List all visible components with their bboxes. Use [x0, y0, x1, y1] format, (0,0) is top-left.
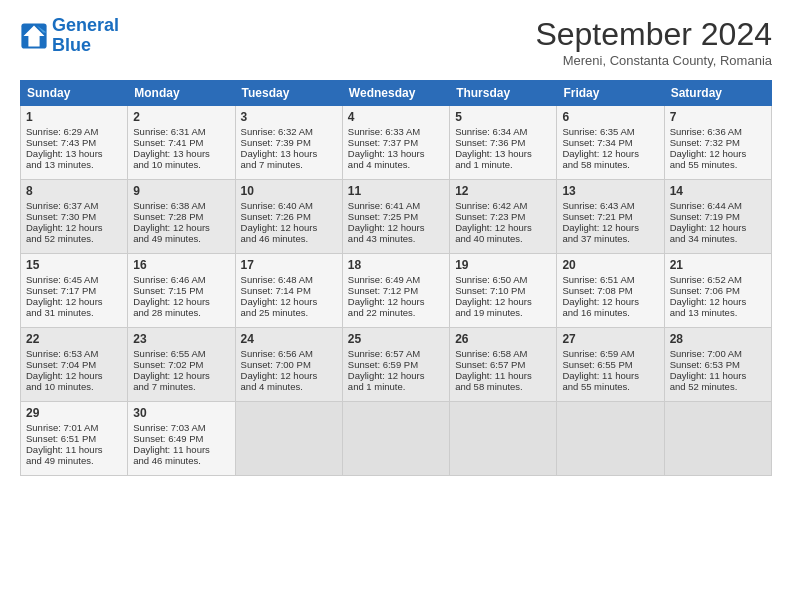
day-info: Sunrise: 6:40 AM — [241, 200, 337, 211]
day-info: Sunrise: 6:51 AM — [562, 274, 658, 285]
day-info: Sunrise: 7:00 AM — [670, 348, 766, 359]
day-info: Sunset: 7:17 PM — [26, 285, 122, 296]
day-info: Daylight: 12 hours — [348, 296, 444, 307]
day-info: Sunset: 7:26 PM — [241, 211, 337, 222]
day-info: and 13 minutes. — [670, 307, 766, 318]
table-row — [450, 402, 557, 476]
day-info: and 13 minutes. — [26, 159, 122, 170]
table-row: 18Sunrise: 6:49 AMSunset: 7:12 PMDayligh… — [342, 254, 449, 328]
day-number: 26 — [455, 332, 551, 346]
day-number: 15 — [26, 258, 122, 272]
table-row: 11Sunrise: 6:41 AMSunset: 7:25 PMDayligh… — [342, 180, 449, 254]
day-number: 7 — [670, 110, 766, 124]
day-info: Daylight: 11 hours — [455, 370, 551, 381]
day-info: Sunrise: 6:34 AM — [455, 126, 551, 137]
day-info: Sunrise: 7:03 AM — [133, 422, 229, 433]
day-info: Daylight: 11 hours — [670, 370, 766, 381]
day-info: Daylight: 12 hours — [455, 222, 551, 233]
day-info: Sunrise: 6:42 AM — [455, 200, 551, 211]
table-row: 9Sunrise: 6:38 AMSunset: 7:28 PMDaylight… — [128, 180, 235, 254]
day-info: Sunset: 7:10 PM — [455, 285, 551, 296]
day-info: and 22 minutes. — [348, 307, 444, 318]
day-number: 28 — [670, 332, 766, 346]
day-info: and 31 minutes. — [26, 307, 122, 318]
day-info: and 43 minutes. — [348, 233, 444, 244]
day-info: Daylight: 13 hours — [348, 148, 444, 159]
day-number: 25 — [348, 332, 444, 346]
day-info: Sunrise: 6:48 AM — [241, 274, 337, 285]
day-info: Sunrise: 6:58 AM — [455, 348, 551, 359]
day-info: Sunrise: 6:56 AM — [241, 348, 337, 359]
table-row: 12Sunrise: 6:42 AMSunset: 7:23 PMDayligh… — [450, 180, 557, 254]
table-row: 28Sunrise: 7:00 AMSunset: 6:53 PMDayligh… — [664, 328, 771, 402]
day-info: and 49 minutes. — [133, 233, 229, 244]
day-info: Daylight: 12 hours — [670, 222, 766, 233]
col-thursday: Thursday — [450, 81, 557, 106]
day-number: 10 — [241, 184, 337, 198]
calendar-row: 15Sunrise: 6:45 AMSunset: 7:17 PMDayligh… — [21, 254, 772, 328]
day-number: 29 — [26, 406, 122, 420]
table-row: 23Sunrise: 6:55 AMSunset: 7:02 PMDayligh… — [128, 328, 235, 402]
table-row: 19Sunrise: 6:50 AMSunset: 7:10 PMDayligh… — [450, 254, 557, 328]
day-info: Sunset: 7:37 PM — [348, 137, 444, 148]
calendar-row: 1Sunrise: 6:29 AMSunset: 7:43 PMDaylight… — [21, 106, 772, 180]
day-info: Sunset: 7:41 PM — [133, 137, 229, 148]
day-number: 5 — [455, 110, 551, 124]
day-info: Sunset: 7:00 PM — [241, 359, 337, 370]
day-info: Sunrise: 6:29 AM — [26, 126, 122, 137]
day-info: Sunrise: 6:43 AM — [562, 200, 658, 211]
table-row: 8Sunrise: 6:37 AMSunset: 7:30 PMDaylight… — [21, 180, 128, 254]
table-row: 16Sunrise: 6:46 AMSunset: 7:15 PMDayligh… — [128, 254, 235, 328]
day-info: and 1 minute. — [455, 159, 551, 170]
table-row: 13Sunrise: 6:43 AMSunset: 7:21 PMDayligh… — [557, 180, 664, 254]
table-row: 15Sunrise: 6:45 AMSunset: 7:17 PMDayligh… — [21, 254, 128, 328]
calendar-row: 8Sunrise: 6:37 AMSunset: 7:30 PMDaylight… — [21, 180, 772, 254]
day-info: Sunset: 7:23 PM — [455, 211, 551, 222]
day-info: Daylight: 12 hours — [670, 296, 766, 307]
day-info: Sunset: 6:59 PM — [348, 359, 444, 370]
day-info: and 4 minutes. — [241, 381, 337, 392]
day-info: Sunset: 7:32 PM — [670, 137, 766, 148]
day-number: 13 — [562, 184, 658, 198]
day-info: and 40 minutes. — [455, 233, 551, 244]
day-number: 30 — [133, 406, 229, 420]
table-row: 4Sunrise: 6:33 AMSunset: 7:37 PMDaylight… — [342, 106, 449, 180]
day-info: and 34 minutes. — [670, 233, 766, 244]
day-info: and 7 minutes. — [241, 159, 337, 170]
day-info: Sunset: 7:28 PM — [133, 211, 229, 222]
day-info: Sunrise: 6:45 AM — [26, 274, 122, 285]
title-block: September 2024 Mereni, Constanta County,… — [535, 16, 772, 68]
day-info: Daylight: 11 hours — [133, 444, 229, 455]
day-info: Sunset: 7:21 PM — [562, 211, 658, 222]
table-row: 1Sunrise: 6:29 AMSunset: 7:43 PMDaylight… — [21, 106, 128, 180]
day-info: and 46 minutes. — [133, 455, 229, 466]
day-info: Daylight: 12 hours — [133, 222, 229, 233]
day-info: Daylight: 11 hours — [26, 444, 122, 455]
day-number: 16 — [133, 258, 229, 272]
day-info: Sunset: 6:49 PM — [133, 433, 229, 444]
day-info: and 7 minutes. — [133, 381, 229, 392]
table-row — [557, 402, 664, 476]
logo-general: General — [52, 15, 119, 35]
day-info: Daylight: 12 hours — [348, 222, 444, 233]
table-row: 26Sunrise: 6:58 AMSunset: 6:57 PMDayligh… — [450, 328, 557, 402]
day-info: Daylight: 12 hours — [562, 296, 658, 307]
day-info: and 55 minutes. — [562, 381, 658, 392]
logo-blue: Blue — [52, 36, 119, 56]
day-info: Sunset: 7:43 PM — [26, 137, 122, 148]
day-info: and 55 minutes. — [670, 159, 766, 170]
day-info: and 52 minutes. — [670, 381, 766, 392]
day-number: 24 — [241, 332, 337, 346]
day-info: and 10 minutes. — [26, 381, 122, 392]
day-info: and 58 minutes. — [562, 159, 658, 170]
day-info: and 37 minutes. — [562, 233, 658, 244]
calendar-row: 22Sunrise: 6:53 AMSunset: 7:04 PMDayligh… — [21, 328, 772, 402]
day-info: Sunset: 6:57 PM — [455, 359, 551, 370]
day-number: 27 — [562, 332, 658, 346]
day-info: and 25 minutes. — [241, 307, 337, 318]
day-info: Sunrise: 6:35 AM — [562, 126, 658, 137]
day-info: Sunset: 7:39 PM — [241, 137, 337, 148]
day-info: Sunset: 7:36 PM — [455, 137, 551, 148]
col-sunday: Sunday — [21, 81, 128, 106]
table-row: 7Sunrise: 6:36 AMSunset: 7:32 PMDaylight… — [664, 106, 771, 180]
